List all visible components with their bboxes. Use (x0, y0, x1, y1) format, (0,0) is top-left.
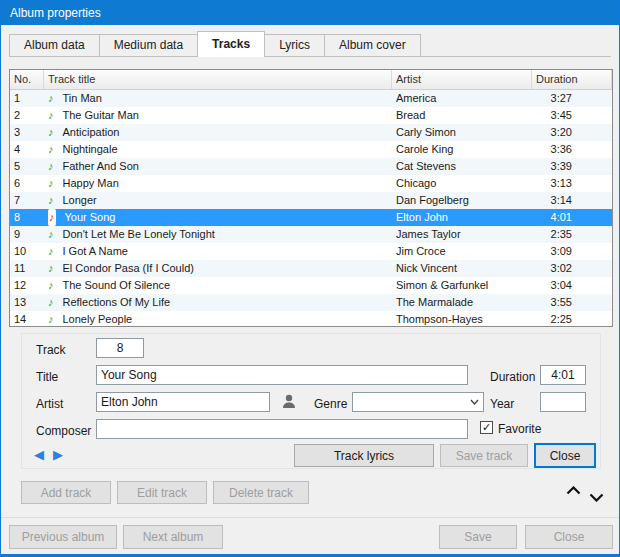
tab-strip: Album data Medium data Tracks Lyrics Alb… (9, 31, 611, 57)
close-button[interactable]: Close (525, 525, 613, 549)
music-note-icon: ♪ (48, 192, 54, 209)
tab-lyrics[interactable]: Lyrics (264, 34, 325, 56)
chevron-up-icon (566, 486, 581, 495)
track-title: Don't Let Me Be Lonely Tonight (59, 226, 219, 243)
add-track-button[interactable]: Add track (21, 481, 111, 504)
table-row[interactable]: 11♪El Condor Pasa (If I Could)Nick Vince… (10, 260, 612, 277)
col-duration[interactable]: Duration (532, 70, 612, 89)
duration-label: Duration (490, 370, 535, 384)
table-row-selected[interactable]: 8♪Your SongElton John4:01 (10, 209, 612, 226)
track-duration: 3:45 (532, 107, 612, 124)
previous-track-icon[interactable]: ◀ (34, 447, 44, 463)
table-row[interactable]: 5♪Father And SonCat Stevens3:39 (10, 158, 612, 175)
table-row[interactable]: 2♪The Guitar ManBread3:45 (10, 107, 612, 124)
track-title: Father And Son (59, 158, 143, 175)
track-duration: 3:13 (532, 175, 612, 192)
tracks-table: No. Track title Artist Duration 1♪Tin Ma… (9, 69, 613, 327)
track-duration: 3:36 (532, 141, 612, 158)
track-editor-panel: Track Title Duration Artist Genre Year C… (21, 333, 601, 469)
next-album-button[interactable]: Next album (123, 525, 223, 549)
genre-select[interactable] (352, 392, 484, 412)
delete-track-button[interactable]: Delete track (213, 481, 309, 504)
track-no: 13 (10, 294, 44, 311)
track-artist: America (392, 90, 532, 107)
save-button[interactable]: Save (439, 525, 517, 549)
year-field[interactable] (540, 392, 586, 412)
title-field[interactable] (96, 365, 468, 385)
table-row[interactable]: 12♪The Sound Of SilenceSimon & Garfunkel… (10, 277, 612, 294)
track-title: The Sound Of Silence (59, 277, 175, 294)
move-down-button[interactable] (586, 490, 606, 504)
tab-album-data[interactable]: Album data (9, 34, 100, 56)
col-track-title[interactable]: Track title (44, 70, 392, 89)
track-no: 12 (10, 277, 44, 294)
table-row[interactable]: 7♪LongerDan Fogelberg3:14 (10, 192, 612, 209)
track-no: 5 (10, 158, 44, 175)
music-note-icon: ♪ (48, 107, 54, 124)
table-row[interactable]: 10♪I Got A NameJim Croce3:09 (10, 243, 612, 260)
music-note-icon: ♪ (48, 124, 54, 141)
save-track-button[interactable]: Save track (440, 444, 528, 467)
track-no: 11 (10, 260, 44, 277)
footer-divider (1, 517, 619, 518)
table-row[interactable]: 9♪Don't Let Me Be Lonely TonightJames Ta… (10, 226, 612, 243)
col-no[interactable]: No. (10, 70, 44, 89)
track-title: Your Song (61, 209, 120, 226)
music-note-icon: ♪ (48, 175, 54, 192)
artist-lookup-button[interactable] (276, 390, 302, 414)
table-row[interactable]: 1♪Tin ManAmerica3:27 (10, 90, 612, 107)
music-note-icon: ♪ (48, 141, 54, 158)
track-artist: Bread (392, 107, 532, 124)
table-row[interactable]: 4♪NightingaleCarole King3:36 (10, 141, 612, 158)
move-up-button[interactable] (563, 483, 583, 497)
music-note-icon: ♪ (48, 90, 54, 107)
next-track-icon[interactable]: ▶ (53, 447, 63, 463)
track-duration: 2:25 (532, 311, 612, 327)
checkmark-icon: ✓ (482, 422, 491, 433)
tab-tracks[interactable]: Tracks (197, 31, 265, 57)
window-title: Album properties (10, 6, 101, 20)
duration-field[interactable] (540, 365, 586, 385)
person-icon (281, 393, 297, 409)
track-label: Track (36, 343, 66, 357)
close-panel-button[interactable]: Close (534, 443, 596, 468)
edit-track-button[interactable]: Edit track (117, 481, 207, 504)
track-artist: Dan Fogelberg (392, 192, 532, 209)
composer-field[interactable] (96, 419, 468, 439)
track-number-field[interactable] (96, 338, 144, 358)
track-title: The Guitar Man (59, 107, 143, 124)
track-duration: 3:04 (532, 277, 612, 294)
album-properties-window: Album properties Album data Medium data … (0, 0, 620, 557)
track-title: Anticipation (59, 124, 124, 141)
track-lyrics-button[interactable]: Track lyrics (294, 444, 434, 467)
track-duration: 4:01 (532, 209, 612, 226)
table-row[interactable]: 13♪Reflections Of My LifeThe Marmalade3:… (10, 294, 612, 311)
track-duration: 3:20 (532, 124, 612, 141)
chevron-down-icon (470, 399, 479, 405)
music-note-icon: ♪ (48, 294, 54, 311)
chevron-down-icon (589, 493, 604, 502)
artist-field[interactable] (96, 392, 270, 412)
table-row[interactable]: 6♪Happy ManChicago3:13 (10, 175, 612, 192)
tab-medium-data[interactable]: Medium data (99, 34, 198, 56)
music-note-icon: ♪ (48, 158, 54, 175)
table-row[interactable]: 3♪AnticipationCarly Simon3:20 (10, 124, 612, 141)
artist-label: Artist (36, 397, 63, 411)
track-duration: 3:27 (532, 90, 612, 107)
track-duration: 3:02 (532, 260, 612, 277)
track-title: Reflections Of My Life (59, 294, 175, 311)
music-note-icon: ♪ (48, 226, 54, 243)
music-note-icon: ♪ (48, 311, 54, 327)
favorite-checkbox[interactable]: ✓ (480, 421, 493, 434)
previous-album-button[interactable]: Previous album (9, 525, 117, 549)
track-no: 2 (10, 107, 44, 124)
table-row[interactable]: 14♪Lonely PeopleThompson-Hayes2:25 (10, 311, 612, 327)
music-note-icon: ♪ (48, 277, 54, 294)
track-no: 10 (10, 243, 44, 260)
title-label: Title (36, 370, 58, 384)
track-title: Nightingale (59, 141, 122, 158)
track-artist: Cat Stevens (392, 158, 532, 175)
tab-album-cover[interactable]: Album cover (324, 34, 421, 56)
track-no: 1 (10, 90, 44, 107)
col-artist[interactable]: Artist (392, 70, 532, 89)
